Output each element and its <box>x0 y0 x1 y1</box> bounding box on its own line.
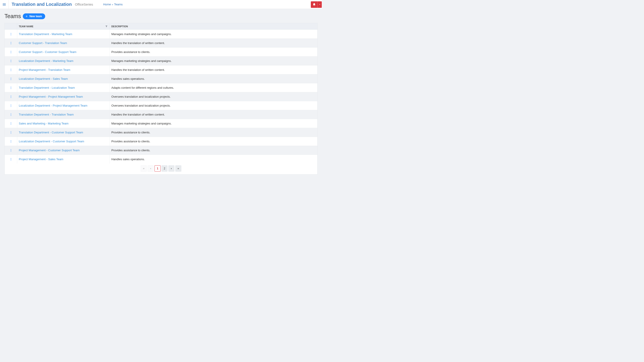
pager-first-button[interactable] <box>141 165 147 172</box>
svg-point-36 <box>10 140 11 141</box>
svg-point-18 <box>10 86 11 87</box>
row-team-name-cell: Localization Department - Sales Team <box>17 74 110 83</box>
team-name-link[interactable]: Translation Department - Translation Tea… <box>19 113 74 116</box>
svg-point-21 <box>10 95 11 96</box>
svg-point-41 <box>10 151 11 151</box>
svg-point-27 <box>10 113 11 114</box>
header-right <box>311 1 322 7</box>
table-row: Project Management - Customer Support Te… <box>5 146 317 155</box>
svg-point-43 <box>10 159 11 159</box>
page-content: Teams New team TEAM NAME DESCRIPTION Tra… <box>0 9 322 179</box>
team-name-link[interactable]: Translation Department - Customer Suppor… <box>19 131 83 134</box>
row-actions-menu[interactable] <box>5 39 17 47</box>
row-actions-menu[interactable] <box>5 92 17 101</box>
svg-point-11 <box>10 62 11 62</box>
row-description-cell: Provides assistance to clients. <box>110 131 317 134</box>
row-actions-menu[interactable] <box>5 83 17 92</box>
row-actions-menu[interactable] <box>5 65 17 74</box>
kebab-menu-icon <box>10 41 12 45</box>
new-team-button[interactable]: New team <box>23 13 45 19</box>
row-actions-menu[interactable] <box>5 48 17 56</box>
table-row: Customer Support - Customer Support Team… <box>5 47 317 56</box>
app-subtitle: OfficeSeries <box>75 2 93 6</box>
svg-point-8 <box>10 53 11 53</box>
row-actions-menu[interactable] <box>5 74 17 83</box>
new-team-button-label: New team <box>30 15 42 18</box>
team-name-link[interactable]: Customer Support - Translation Team <box>19 41 67 45</box>
row-description-cell: Handles the translation of written conte… <box>110 68 317 71</box>
svg-point-33 <box>10 131 11 132</box>
kebab-menu-icon <box>10 140 12 143</box>
svg-point-23 <box>10 97 11 98</box>
pager-page-1[interactable]: 1 <box>154 165 160 172</box>
chevron-right-icon <box>170 167 173 170</box>
user-menu-dropdown[interactable] <box>317 1 322 8</box>
team-name-link[interactable]: Sales and Marketing - Marketing Team <box>19 122 68 125</box>
row-team-name-cell: Translation Department - Localization Te… <box>17 83 110 92</box>
svg-point-6 <box>10 51 11 51</box>
row-team-name-cell: Project Management - Translation Team <box>17 65 110 74</box>
row-actions-menu[interactable] <box>5 101 17 110</box>
row-team-name-cell: Localization Department - Marketing Team <box>17 56 110 65</box>
team-name-link[interactable]: Project Management - Customer Support Te… <box>19 149 80 152</box>
svg-point-0 <box>10 33 11 33</box>
pager-last-button[interactable] <box>175 165 181 172</box>
notifications-button[interactable] <box>311 1 317 8</box>
hamburger-menu-button[interactable] <box>0 0 8 9</box>
table-row: Translation Department - Customer Suppor… <box>5 128 317 137</box>
table-row: Translation Department - Marketing TeamM… <box>5 29 317 38</box>
team-name-link[interactable]: Localization Department - Customer Suppo… <box>19 140 84 143</box>
team-name-link[interactable]: Localization Department - Sales Team <box>19 77 68 80</box>
team-name-link[interactable]: Project Management - Project Management … <box>19 95 83 98</box>
kebab-menu-icon <box>10 158 12 161</box>
row-description-cell: Adapts content for different regions and… <box>110 86 317 89</box>
row-team-name-cell: Project Management - Sales Team <box>17 155 110 164</box>
team-name-link[interactable]: Project Management - Translation Team <box>19 68 70 71</box>
row-description-cell: Manages marketing strategies and campaig… <box>110 59 317 62</box>
breadcrumb-home-link[interactable]: Home <box>103 3 111 6</box>
team-name-link[interactable]: Project Management - Sales Team <box>19 158 63 161</box>
row-actions-menu[interactable] <box>5 137 17 146</box>
grid-header-description-label: DESCRIPTION <box>111 25 128 28</box>
team-name-link[interactable]: Translation Department - Marketing Team <box>19 32 72 36</box>
row-team-name-cell: Project Management - Project Management … <box>17 92 110 101</box>
table-row: Translation Department - Localization Te… <box>5 83 317 92</box>
svg-point-10 <box>10 60 11 61</box>
grid-header-description[interactable]: DESCRIPTION <box>110 23 317 29</box>
svg-point-44 <box>10 160 11 160</box>
row-actions-menu[interactable] <box>5 146 17 155</box>
pager-prev-button[interactable] <box>148 165 154 172</box>
team-name-link[interactable]: Customer Support - Customer Support Team <box>19 50 76 54</box>
svg-point-17 <box>10 79 11 80</box>
row-description-cell: Oversees translation and localization pr… <box>110 95 317 98</box>
grid-header-team-name[interactable]: TEAM NAME <box>17 23 110 29</box>
row-actions-menu[interactable] <box>5 155 17 164</box>
team-name-link[interactable]: Localization Department - Project Manage… <box>19 104 88 107</box>
svg-point-28 <box>10 114 11 115</box>
filter-icon[interactable] <box>105 25 108 28</box>
table-row: Localization Department - Customer Suppo… <box>5 137 317 146</box>
grid-header-actions <box>5 23 17 29</box>
row-actions-menu[interactable] <box>5 128 17 137</box>
chevron-first-icon <box>142 167 145 170</box>
header: Translation and Localization OfficeSerie… <box>0 0 322 9</box>
row-actions-menu[interactable] <box>5 110 17 119</box>
svg-point-22 <box>10 96 11 97</box>
team-name-link[interactable]: Localization Department - Marketing Team <box>19 59 73 62</box>
pager-next-button[interactable] <box>168 165 174 172</box>
svg-point-39 <box>10 149 11 149</box>
pager-page-2[interactable]: 2 <box>162 165 168 172</box>
row-actions-menu[interactable] <box>5 30 17 38</box>
row-description-cell: Oversees translation and localization pr… <box>110 104 317 107</box>
row-actions-menu[interactable] <box>5 119 17 128</box>
page-title: Teams <box>4 13 21 19</box>
row-team-name-cell: Customer Support - Customer Support Team <box>17 48 110 56</box>
svg-point-3 <box>10 42 11 42</box>
svg-point-40 <box>10 150 11 150</box>
team-name-link[interactable]: Translation Department - Localization Te… <box>19 86 75 89</box>
row-description-cell: Provides assistance to clients. <box>110 140 317 143</box>
row-actions-menu[interactable] <box>5 56 17 65</box>
svg-point-32 <box>10 124 11 125</box>
bell-icon <box>312 3 316 6</box>
kebab-menu-icon <box>10 131 12 134</box>
